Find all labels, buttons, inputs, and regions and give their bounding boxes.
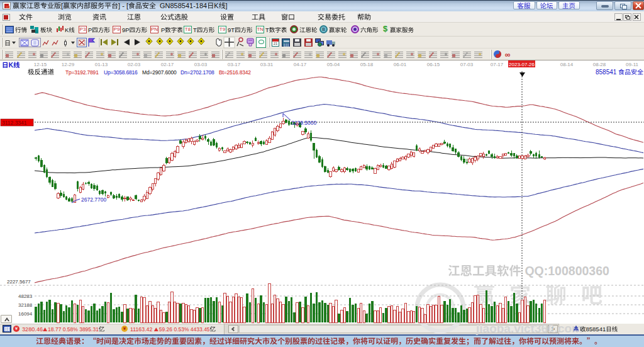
svg-text:32188: 32188 xyxy=(18,302,33,308)
svg-text:03-03: 03-03 xyxy=(194,62,208,67)
svg-text:05-04: 05-04 xyxy=(327,62,340,67)
svg-text:Tp=3192.7891: Tp=3192.7891 xyxy=(65,69,99,76)
svg-text:9T: 9T xyxy=(228,26,235,33)
svg-text:3280.46: 3280.46 xyxy=(22,326,43,333)
svg-text:06-01: 06-01 xyxy=(394,62,407,67)
svg-text:3112.3341: 3112.3341 xyxy=(2,120,27,126)
svg-text:2672.7700: 2672.7700 xyxy=(81,196,106,203)
svg-text:∞: ∞ xyxy=(505,50,511,59)
svg-text:05-18: 05-18 xyxy=(360,62,374,67)
svg-text:Dn=2702.1708: Dn=2702.1708 xyxy=(180,69,214,76)
svg-text:06-15: 06-15 xyxy=(427,62,440,67)
svg-text:08-14: 08-14 xyxy=(560,62,574,67)
svg-text:2023-07-26: 2023-07-26 xyxy=(509,62,535,67)
svg-text:K: K xyxy=(9,61,14,69)
svg-text:] - [: ] - [ xyxy=(118,2,128,9)
svg-text:11163.42: 11163.42 xyxy=(130,326,154,333)
svg-text:59.26 0.53% 4433.45: 59.26 0.53% 4433.45 xyxy=(159,326,210,333)
svg-text:04-17: 04-17 xyxy=(294,62,307,67)
svg-text:3239.5000: 3239.5000 xyxy=(291,120,316,126)
svg-text:Up=3058.6816: Up=3058.6816 xyxy=(104,69,138,76)
svg-text:GN858541-184: GN858541-184 xyxy=(156,2,207,9)
svg-text:T: T xyxy=(265,26,269,33)
svg-text:18.77 0.58% 3895.31: 18.77 0.58% 3895.31 xyxy=(48,326,99,333)
svg-text:48283: 48283 xyxy=(18,293,33,299)
svg-text:jiaoba.vict360.com: jiaoba.vict360.com xyxy=(475,322,582,335)
svg-text:Md=2907.6000: Md=2907.6000 xyxy=(142,69,177,76)
svg-text:T: T xyxy=(193,26,197,33)
svg-text:12-15: 12-15 xyxy=(34,62,47,67)
svg-text:07-03: 07-03 xyxy=(460,62,474,67)
svg-text:P: P xyxy=(88,26,92,33)
svg-text:07-17: 07-17 xyxy=(491,62,504,67)
svg-text:K: K xyxy=(65,26,69,33)
svg-text:858541: 858541 xyxy=(596,69,618,76)
svg-text:858541: 858541 xyxy=(586,326,606,333)
svg-text:K: K xyxy=(214,2,219,9)
svg-text:QQ:100800360: QQ:100800360 xyxy=(521,264,609,278)
svg-text:2227.5677: 2227.5677 xyxy=(7,279,31,285)
svg-text:P: P xyxy=(161,26,165,33)
svg-text:[: [ xyxy=(61,2,63,9)
svg-text:Bt=2516.8342: Bt=2516.8342 xyxy=(219,69,251,76)
svg-text:02-17: 02-17 xyxy=(161,62,174,67)
svg-text:9P: 9P xyxy=(122,26,130,33)
svg-text:16094: 16094 xyxy=(18,311,33,317)
svg-text:01-13: 01-13 xyxy=(95,62,108,67)
svg-text:12-29: 12-29 xyxy=(62,62,75,67)
svg-text:]: ] xyxy=(226,2,228,9)
svg-text:02-03: 02-03 xyxy=(128,62,141,67)
svg-text:09-11: 09-11 xyxy=(626,62,638,67)
svg-text:03-31: 03-31 xyxy=(260,62,274,67)
svg-text:03-17: 03-17 xyxy=(228,62,241,67)
svg-text:08-28: 08-28 xyxy=(593,62,606,67)
